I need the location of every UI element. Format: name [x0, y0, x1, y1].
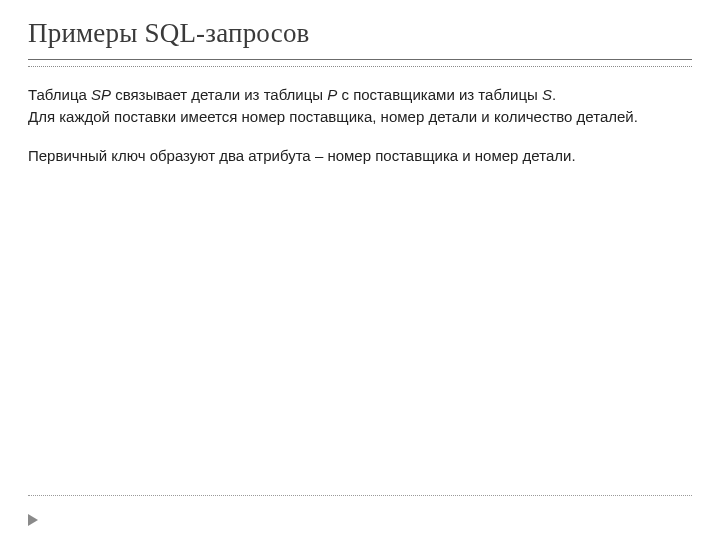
paragraph-1: Таблица SP связывает детали из таблицы P…	[28, 85, 692, 105]
title-rule-dotted	[28, 66, 692, 67]
table-p: P	[327, 86, 337, 103]
table-sp: SP	[91, 86, 111, 103]
slide-title: Примеры SQL-запросов	[28, 18, 692, 49]
chevron-right-icon	[28, 514, 38, 526]
text: .	[552, 86, 556, 103]
text: с поставщиками из таблицы	[337, 86, 542, 103]
title-rule-solid	[28, 59, 692, 60]
paragraph-2: Для каждой поставки имеется номер постав…	[28, 107, 692, 127]
text: Таблица	[28, 86, 91, 103]
slide: Примеры SQL-запросов Таблица SP связывае…	[0, 0, 720, 540]
body-text: Таблица SP связывает детали из таблицы P…	[28, 85, 692, 166]
text: связывает детали из таблицы	[111, 86, 327, 103]
footer-rule	[28, 495, 692, 496]
table-s: S	[542, 86, 552, 103]
paragraph-3: Первичный ключ образуют два атрибута – н…	[28, 146, 692, 166]
